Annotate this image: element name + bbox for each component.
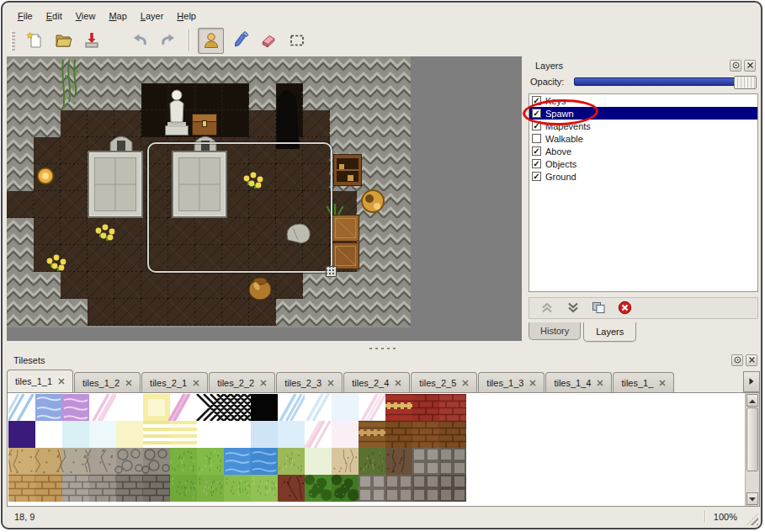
scrollbar-handle[interactable] [746,407,758,471]
tileset-tab-tiles_1_[interactable]: tiles_1_ [613,372,674,392]
dock-tab-bar: HistoryLayers [529,322,639,344]
map-view [7,56,522,341]
layer-row-objects[interactable]: ✓Objects [529,157,757,170]
undo-icon [130,31,149,50]
layer-visibility-checkbox[interactable]: ✓ [532,96,541,105]
new-file-button[interactable] [21,28,47,54]
opacity-slider[interactable] [574,77,757,86]
status-divider [704,511,705,523]
undo-button[interactable] [126,28,152,54]
redo-icon [159,31,178,50]
select-tool-button[interactable] [284,28,310,54]
paint-tool-icon [231,31,249,50]
layer-visibility-checkbox[interactable]: ✓ [532,146,541,156]
move-up-icon [540,301,554,316]
tab-close-icon[interactable] [462,380,469,386]
scroll-up-button[interactable] [746,394,758,407]
tab-history[interactable]: History [529,322,581,340]
layer-name: Ground [545,172,576,182]
tileset-tab-tiles_1_2[interactable]: tiles_1_2 [74,372,141,392]
layer-buttons-bar [529,297,758,319]
tab-close-icon[interactable] [597,380,603,386]
person-tool-button[interactable] [198,28,224,54]
tab-scroll-right-button[interactable] [743,371,760,392]
layer-visibility-checkbox[interactable]: ✓ [532,121,541,130]
layer-row-spawn[interactable]: ✓Spawn [529,107,757,120]
close-button[interactable] [746,354,757,366]
toolbar-grip[interactable] [11,30,15,51]
scroll-up-icon [748,396,757,406]
tab-close-icon[interactable] [659,380,666,386]
menu-file[interactable]: File [11,8,40,24]
eraser-tool-icon [259,31,278,50]
save-icon [82,31,101,50]
move-down-icon [566,301,580,316]
tile-palette-canvas[interactable] [8,394,466,502]
duplicate-icon [592,301,606,316]
select-tool-icon [288,31,306,50]
tileset-tab-bar: tiles_1_1tiles_1_2tiles_2_1tiles_2_2tile… [7,370,741,392]
tileset-tab-tiles_1_3[interactable]: tiles_1_3 [478,372,545,392]
tileset-tab-tiles_2_2[interactable]: tiles_2_2 [209,372,275,392]
layer-row-ground[interactable]: ✓Ground [529,170,757,183]
open-folder-button[interactable] [50,28,76,54]
tilesets-dock: Tilesets tiles_1_1tiles_1_2tiles_2_1tile… [5,351,762,509]
palette-scrollbar[interactable] [745,393,759,506]
tile-palette [7,392,760,507]
layer-visibility-checkbox[interactable]: ✓ [532,109,541,118]
save-button[interactable] [78,28,104,54]
redo-button[interactable] [155,28,181,54]
tileset-tab-tiles_1_4[interactable]: tiles_1_4 [545,372,612,392]
layer-visibility-checkbox[interactable] [532,134,541,143]
menu-edit[interactable]: Edit [40,8,69,24]
scroll-down-button[interactable] [746,492,758,505]
tab-close-icon[interactable] [327,380,334,386]
layer-name: Above [545,146,571,157]
tileset-tab-tiles_2_4[interactable]: tiles_2_4 [343,372,410,392]
eraser-tool-button[interactable] [255,28,281,54]
menu-map[interactable]: Map [102,8,133,24]
tab-close-icon[interactable] [125,380,132,386]
layer-row-keys[interactable]: ✓Keys [529,94,757,107]
zoom-level: 100% [714,512,737,522]
layer-visibility-checkbox[interactable]: ✓ [532,172,541,181]
layer-visibility-checkbox[interactable]: ✓ [532,159,541,168]
tab-close-icon[interactable] [395,380,401,386]
tilesets-dock-titlebar: Tilesets [7,353,760,367]
delete-icon [618,301,632,317]
person-tool-icon [202,31,220,50]
layers-dock-titlebar: Layers [529,58,758,72]
layer-row-above[interactable]: ✓Above [529,145,757,157]
tab-close-icon[interactable] [58,378,65,385]
float-button[interactable] [731,354,743,366]
tileset-tab-tiles_1_1[interactable]: tiles_1_1 [7,370,73,392]
opacity-slider-handle[interactable] [734,76,757,89]
float-button[interactable] [730,60,741,72]
tileset-tab-tiles_2_5[interactable]: tiles_2_5 [411,372,477,392]
selection-resize-handle[interactable] [326,266,337,277]
layer-row-mapevents[interactable]: ✓Mapevents [529,120,757,132]
tileset-tab-tiles_2_1[interactable]: tiles_2_1 [141,372,208,392]
map-selection-rect[interactable] [147,142,332,273]
menu-help[interactable]: Help [170,8,203,24]
dock-splitter[interactable] [7,345,757,351]
paint-tool-button[interactable] [226,28,252,54]
layer-name: Objects [545,159,576,169]
layer-name: Spawn [545,109,574,119]
menu-view[interactable]: View [69,8,103,24]
layer-row-walkable[interactable]: Walkable [529,132,757,145]
menu-layer[interactable]: Layer [134,8,171,24]
close-button[interactable] [744,60,756,72]
move-down-button[interactable] [562,300,583,317]
move-up-button[interactable] [536,300,557,317]
tab-close-icon[interactable] [193,380,199,386]
tileset-tab-tiles_2_3[interactable]: tiles_2_3 [276,372,343,392]
app-window: FileEditViewMapLayerHelp Layers Opacity:… [1,1,762,529]
tab-layers[interactable]: Layers [583,322,636,342]
tab-close-icon[interactable] [529,380,536,386]
tab-close-icon[interactable] [260,380,267,386]
layers-dock-title: Layers [529,61,730,71]
cursor-coordinates: 18, 9 [14,512,35,522]
delete-button[interactable] [614,300,635,317]
duplicate-button[interactable] [588,300,609,317]
